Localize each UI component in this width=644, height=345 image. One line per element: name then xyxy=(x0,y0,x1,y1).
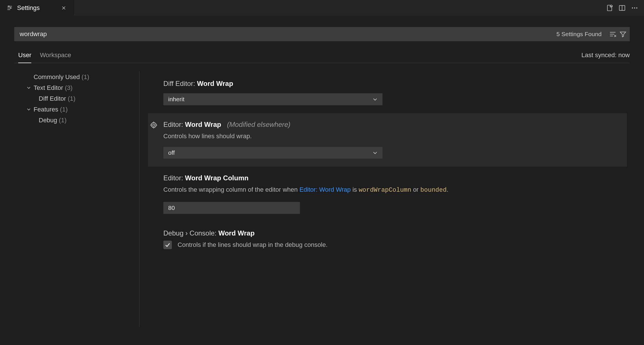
chevron-down-icon xyxy=(373,150,378,155)
setting-checkbox-row: Controls if the lines should wrap in the… xyxy=(163,241,627,249)
svg-point-11 xyxy=(636,7,637,9)
desc-text: . xyxy=(447,186,448,193)
toc-count: (1) xyxy=(68,95,75,102)
toc-label: Features xyxy=(34,106,58,113)
setting-description: Controls how lines should wrap. xyxy=(163,131,621,141)
chevron-down-icon xyxy=(26,84,32,92)
clear-search-button[interactable] xyxy=(609,30,616,38)
setting-editor-word-wrap: Editor: Word Wrap (Modified elsewhere) C… xyxy=(148,113,627,167)
svg-point-4 xyxy=(10,7,11,8)
code-literal: bounded xyxy=(420,187,447,194)
search-results-count: 5 Settings Found xyxy=(556,31,602,38)
gear-icon xyxy=(150,121,158,129)
desc-text: Controls the wrapping column of the edit… xyxy=(163,186,299,193)
settings-scope-tabs: User Workspace xyxy=(14,51,71,63)
setting-select-diff-wordwrap[interactable]: inherit xyxy=(163,93,382,105)
toc-label: Debug xyxy=(39,117,57,124)
settings-scope-row: User Workspace Last synced: now xyxy=(14,51,630,63)
tab-close-button[interactable] xyxy=(60,4,68,12)
toc-diff-editor[interactable]: Diff Editor (1) xyxy=(14,93,139,104)
setting-scope: Diff Editor: xyxy=(163,80,197,87)
filter-button[interactable] xyxy=(619,30,627,38)
setting-link-editor-wordwrap[interactable]: Editor: Word Wrap xyxy=(299,186,351,193)
setting-title: Debug › Console: Word Wrap xyxy=(163,229,627,237)
tabbar-left: Settings xyxy=(0,0,74,16)
settings-list-icon xyxy=(6,5,13,11)
desc-text: or xyxy=(411,186,420,193)
settings-search-input[interactable] xyxy=(20,30,556,38)
toc-label: Text Editor xyxy=(34,84,63,92)
tabbar-actions xyxy=(606,0,644,16)
toc-label: Commonly Used xyxy=(34,73,80,81)
setting-editor-word-wrap-column: Editor: Word Wrap Column Controls the wr… xyxy=(163,167,627,222)
open-file-icon xyxy=(606,4,613,12)
setting-description: Controls the wrapping column of the edit… xyxy=(163,185,627,195)
filter-icon xyxy=(619,30,627,38)
chevron-down-icon xyxy=(26,106,32,113)
open-changes-button[interactable] xyxy=(606,4,613,12)
setting-gear-button[interactable] xyxy=(150,121,158,129)
setting-title: Editor: Word Wrap (Modified elsewhere) xyxy=(163,121,621,129)
setting-name: Word Wrap xyxy=(185,121,221,128)
more-actions-button[interactable] xyxy=(631,4,638,12)
settings-editor: 5 Settings Found User Workspace Last syn… xyxy=(0,27,644,327)
editor-tabbar: Settings xyxy=(0,0,644,16)
setting-name: Word Wrap xyxy=(197,80,233,87)
settings-search-bar: 5 Settings Found xyxy=(14,27,630,41)
tab-settings[interactable]: Settings xyxy=(0,0,74,16)
setting-debug-console-word-wrap: Debug › Console: Word Wrap Controls if t… xyxy=(163,222,627,257)
toc-commonly-used[interactable]: Commonly Used (1) xyxy=(14,72,139,82)
setting-checkbox-label: Controls if the lines should wrap in the… xyxy=(178,241,328,249)
sync-status: Last synced: now xyxy=(581,51,630,63)
toc-count: (1) xyxy=(59,117,67,124)
close-icon xyxy=(61,6,66,10)
select-value: off xyxy=(168,149,175,156)
setting-input-wordwrap-column[interactable] xyxy=(163,202,300,214)
setting-modified-note: (Modified elsewhere) xyxy=(227,121,291,128)
toc-debug[interactable]: Debug (1) xyxy=(14,115,139,126)
setting-title: Diff Editor: Word Wrap xyxy=(163,80,627,88)
toc-count: (3) xyxy=(65,84,73,92)
scope-tab-workspace[interactable]: Workspace xyxy=(40,51,71,63)
setting-select-editor-wordwrap[interactable]: off xyxy=(163,147,382,159)
ellipsis-icon xyxy=(631,4,638,12)
toc-text-editor[interactable]: Text Editor (3) xyxy=(14,82,139,93)
setting-title: Editor: Word Wrap Column xyxy=(163,174,627,182)
svg-point-9 xyxy=(632,7,633,9)
setting-scope: Editor: xyxy=(163,121,185,128)
setting-name: Word Wrap Column xyxy=(185,174,248,182)
settings-toc: Commonly Used (1) Text Editor (3) Diff E… xyxy=(14,71,139,327)
toc-count: (1) xyxy=(82,73,89,81)
setting-diff-editor-word-wrap: Diff Editor: Word Wrap inherit xyxy=(163,72,627,113)
toc-count: (1) xyxy=(60,106,68,113)
split-editor-button[interactable] xyxy=(618,4,626,12)
setting-checkbox-debug-wordwrap[interactable] xyxy=(163,241,172,249)
list-clear-icon xyxy=(609,30,616,38)
desc-text: is xyxy=(351,186,359,193)
toc-features[interactable]: Features (1) xyxy=(14,104,139,115)
settings-content: Diff Editor: Word Wrap inherit Editor: W… xyxy=(139,71,630,327)
scope-tab-user[interactable]: User xyxy=(18,51,31,63)
settings-columns: Commonly Used (1) Text Editor (3) Diff E… xyxy=(14,71,630,327)
setting-scope: Debug › Console: xyxy=(163,229,218,237)
tab-title: Settings xyxy=(17,4,40,12)
split-icon xyxy=(618,4,626,12)
setting-name: Word Wrap xyxy=(218,229,254,237)
code-literal: wordWrapColumn xyxy=(359,187,411,194)
chevron-down-icon xyxy=(373,97,378,102)
check-icon xyxy=(164,242,171,248)
svg-point-3 xyxy=(9,6,9,7)
svg-point-17 xyxy=(153,124,155,126)
select-value: inherit xyxy=(168,96,184,103)
setting-scope: Editor: xyxy=(163,174,185,182)
toc-label: Diff Editor xyxy=(39,95,66,102)
svg-point-10 xyxy=(634,7,635,9)
